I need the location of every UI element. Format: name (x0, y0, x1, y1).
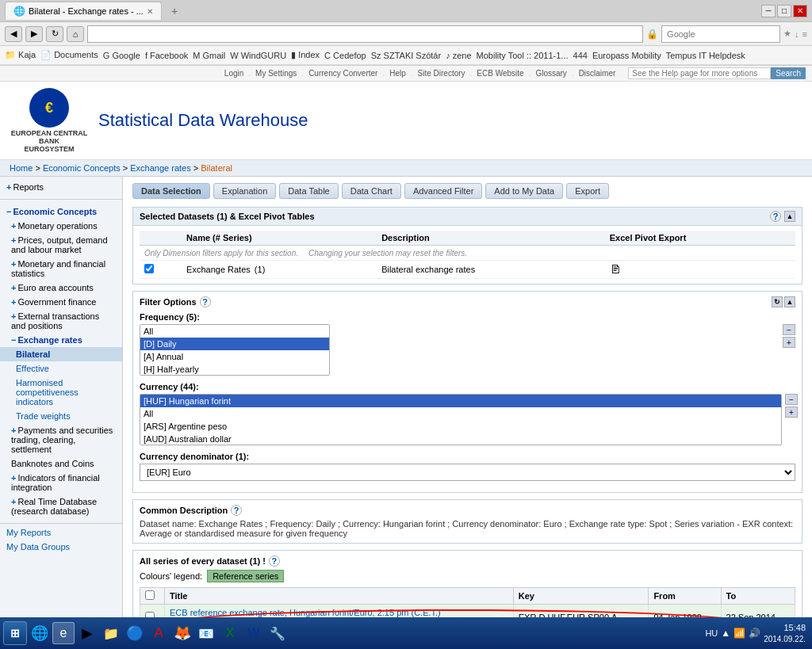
excel-export-icon[interactable]: 🖹 (610, 263, 621, 276)
btn-add-to-my-data[interactable]: Add to My Data (485, 183, 563, 199)
sidebar-item-euro-accounts[interactable]: +Euro area accounts (0, 281, 122, 295)
bookmark-index[interactable]: ▮ Index (291, 50, 320, 60)
taskbar-icon-ie[interactable]: 🌐 (29, 622, 51, 644)
help-help[interactable]: Help (389, 69, 406, 78)
series-help-icon[interactable]: ? (269, 555, 280, 567)
bookmark-kaja[interactable]: 📁 Kaja (5, 50, 36, 60)
bookmark-windguru[interactable]: W WindGURU (230, 51, 286, 60)
bookmark-mobility[interactable]: Mobility Tool :: 2011-1... (477, 51, 569, 60)
curr-option-all[interactable]: All (140, 407, 781, 420)
taskbar-icon-explorer[interactable]: 📁 (100, 622, 122, 644)
series-select-all[interactable] (145, 590, 155, 600)
sidebar-item-gov-finance[interactable]: +Government finance (0, 295, 122, 309)
bookmark-gmail[interactable]: M Gmail (193, 51, 225, 60)
taskbar-icon-program[interactable]: 🔧 (266, 622, 289, 644)
bookmark-sztaki[interactable]: Sz SZTAKI Szótár (371, 51, 441, 60)
filter-help-icon[interactable]: ? (200, 296, 211, 307)
help-glossary[interactable]: Glossary (535, 69, 566, 78)
close-btn[interactable]: ✕ (793, 5, 807, 17)
taskbar-active-ie[interactable]: e (52, 622, 75, 644)
back-btn[interactable]: ◀ (5, 26, 22, 42)
sidebar-item-harmonised[interactable]: Harmonised competitiveness indicators (0, 376, 122, 409)
home-btn[interactable]: ⌂ (67, 26, 84, 42)
address-bar[interactable]: sdw.ecb.europa.eu/browseSelection.do?DAT… (87, 25, 643, 43)
new-tab-btn[interactable]: + (167, 3, 182, 19)
currency-denom-select[interactable]: [EUR] Euro (140, 464, 795, 481)
help-site-dir[interactable]: Site Directory (418, 69, 465, 78)
download-icon[interactable]: ↓ (795, 29, 799, 39)
currency-listbox[interactable]: [HUF] Hungarian forint All [ARS] Argenti… (140, 394, 782, 445)
btn-explanation[interactable]: Explanation (213, 183, 277, 199)
tab-close-btn[interactable]: ✕ (147, 7, 153, 16)
minimize-btn[interactable]: ─ (761, 5, 776, 17)
sidebar-item-external[interactable]: +External transactions and positions (0, 309, 122, 333)
frequency-listbox[interactable]: All [D] Daily [A] Annual [H] Half-yearly (140, 324, 330, 376)
currency-minus-btn[interactable]: − (785, 394, 798, 405)
breadcrumb-home[interactable]: Home (10, 163, 33, 173)
bookmark-facebook[interactable]: f Facebook (145, 51, 188, 60)
frequency-plus-btn[interactable]: + (783, 337, 795, 348)
maximize-btn[interactable]: □ (777, 5, 791, 17)
btn-advanced-filter[interactable]: Advanced Filter (404, 183, 482, 199)
bookmark-google[interactable]: G Google (103, 51, 140, 60)
freq-option-daily[interactable]: [D] Daily (140, 338, 329, 350)
breadcrumb-economic-concepts[interactable]: Economic Concepts (43, 163, 121, 173)
refresh-btn[interactable]: ↻ (46, 26, 63, 42)
browser-tab[interactable]: 🌐 Bilateral - Exchange rates - ... ✕ (5, 2, 162, 20)
star-icon[interactable]: ★ (783, 29, 791, 39)
sidebar-my-data-groups[interactable]: My Data Groups (0, 540, 122, 554)
series-row-link[interactable]: ECB reference exchange rate, Hungarian f… (170, 608, 441, 617)
help-ecb-website[interactable]: ECB Website (477, 69, 523, 78)
sidebar-item-banknotes[interactable]: Banknotes and Coins (0, 456, 122, 471)
filter-collapse-btn[interactable]: ▲ (784, 296, 795, 307)
help-mysettings[interactable]: My Settings (255, 69, 297, 78)
help-search-input[interactable] (628, 67, 771, 79)
help-disclaimer[interactable]: Disclaimer (579, 69, 616, 78)
help-login[interactable]: Login (224, 69, 243, 78)
forward-btn[interactable]: ▶ (25, 26, 43, 42)
sidebar-item-prices[interactable]: +Prices, output, demand and labour marke… (0, 233, 122, 257)
currency-plus-btn[interactable]: + (785, 407, 798, 418)
datasets-collapse-up-btn[interactable]: ▲ (784, 211, 795, 222)
sidebar-item-realtime[interactable]: +Real Time Database (research database) (0, 494, 122, 518)
sidebar-item-effective[interactable]: Effective (0, 361, 122, 376)
sidebar-item-monetary-fin[interactable]: +Monetary and financial statistics (0, 257, 122, 281)
search-box[interactable] (661, 25, 780, 43)
menu-icon[interactable]: ≡ (802, 29, 807, 39)
sidebar-economic-concepts[interactable]: −Economic Concepts (0, 204, 122, 219)
btn-data-chart[interactable]: Data Chart (342, 183, 401, 199)
sidebar-item-indicators-fin[interactable]: +Indicators of financial integration (0, 471, 122, 494)
help-currency-converter[interactable]: Currency Converter (308, 69, 377, 78)
bookmark-tempus[interactable]: Tempus IT Helpdesk (666, 51, 745, 60)
bookmark-444[interactable]: 444 (573, 51, 588, 60)
btn-export[interactable]: Export (566, 183, 609, 199)
freq-option-annual[interactable]: [A] Annual (140, 350, 329, 363)
taskbar-icon-acrobat[interactable]: A (147, 622, 170, 644)
help-search-btn[interactable]: Search (771, 67, 806, 79)
freq-option-half-yearly[interactable]: [H] Half-yearly (140, 363, 329, 376)
datasets-help-icon[interactable]: ? (770, 211, 781, 222)
dataset-checkbox[interactable] (144, 264, 154, 273)
sidebar-item-payments[interactable]: +Payments and securities trading, cleari… (0, 423, 122, 456)
bookmark-zene[interactable]: ♪ zene (446, 51, 471, 60)
btn-data-selection[interactable]: Data Selection (132, 183, 210, 199)
common-desc-help-icon[interactable]: ? (231, 505, 242, 516)
btn-data-table[interactable]: Data Table (279, 183, 338, 199)
bookmark-cedefop[interactable]: C Cedefop (324, 51, 366, 60)
sidebar-item-exchange-rates[interactable]: −Exchange rates (0, 333, 122, 347)
bookmark-documents[interactable]: 📄 Documents (40, 50, 98, 60)
taskbar-icon-media[interactable]: ▶ (76, 622, 98, 644)
sidebar-item-monetary-ops[interactable]: +Monetary operations (0, 219, 122, 233)
curr-option-huf[interactable]: [HUF] Hungarian forint (140, 395, 781, 407)
start-button[interactable]: ⊞ (3, 621, 27, 645)
taskbar-icon-excel[interactable]: X (219, 622, 241, 644)
frequency-minus-btn[interactable]: − (783, 324, 795, 335)
sidebar-item-bilateral[interactable]: Bilateral (0, 347, 122, 361)
taskbar-icon-word[interactable]: W (243, 622, 265, 644)
curr-option-aud[interactable]: [AUD] Australian dollar (140, 433, 781, 445)
filter-refresh-btn[interactable]: ↻ (772, 296, 783, 307)
sidebar-item-reports[interactable]: +Reports (0, 180, 122, 194)
freq-option-all[interactable]: All (140, 325, 329, 338)
taskbar-icon-firefox[interactable]: 🦊 (171, 622, 193, 644)
sidebar-item-trade-weights[interactable]: Trade weights (0, 409, 122, 423)
